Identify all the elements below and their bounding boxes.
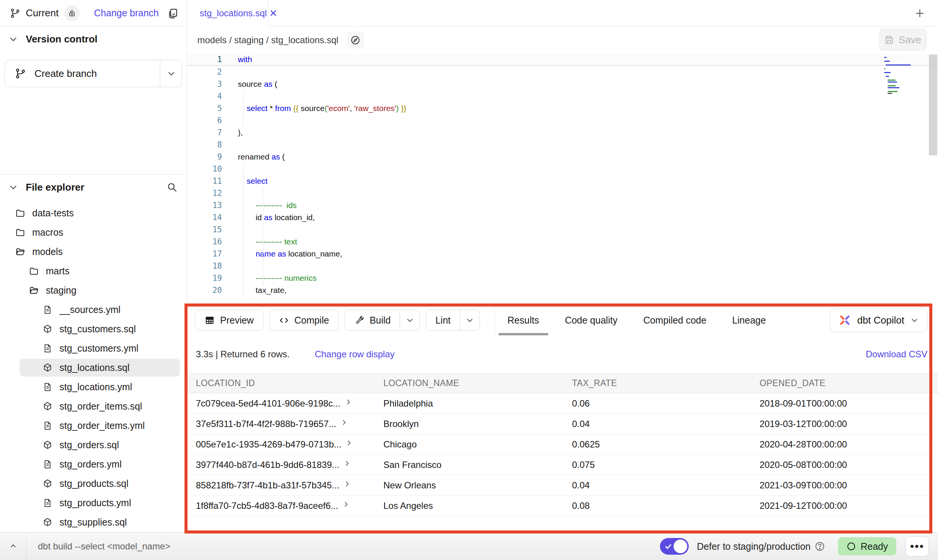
expand-cell-icon[interactable] [345, 438, 353, 446]
code-line-2[interactable]: 2 [188, 66, 938, 78]
lineage-compass-button[interactable] [347, 31, 364, 49]
lint-button[interactable]: Lint [426, 310, 480, 331]
code-text: renamed as ( [238, 152, 285, 161]
code-line-20[interactable]: 20 tax_rate, [188, 284, 938, 296]
lint-dropdown[interactable] [460, 310, 480, 330]
save-icon [884, 35, 894, 45]
code-line-17[interactable]: 17 name as location_name, [188, 248, 938, 260]
create-branch-label: Create branch [34, 68, 97, 80]
file-tree-item-marts[interactable]: marts [0, 261, 187, 281]
git-branch-icon [10, 8, 20, 19]
help-icon[interactable] [814, 541, 825, 552]
branch-locked-badge [64, 5, 80, 21]
compile-button[interactable]: Compile [269, 310, 339, 331]
file-tree-item-stg-supplies-sql[interactable]: stg_supplies.sql [0, 513, 187, 532]
file-tree-item-stg-customers-yml[interactable]: stg_customers.yml [0, 339, 187, 358]
minimap[interactable] [884, 57, 911, 94]
save-button[interactable]: Save [879, 29, 927, 51]
code-line-16[interactable]: 16 ---------- text [188, 236, 938, 248]
code-line-14[interactable]: 14 id as location_id, [188, 211, 938, 224]
version-control-header[interactable]: Version control [0, 27, 187, 52]
tab-stg-locations-sql[interactable]: stg_locations.sql ✕ [188, 0, 269, 27]
code-line-7[interactable]: 7), [188, 127, 938, 139]
command-input[interactable]: dbt build --select <model_name> [38, 541, 170, 552]
code-line-5[interactable]: 5 select * from {{ source('ecom', 'raw_s… [188, 102, 938, 114]
file-tree-item-stg-locations-yml[interactable]: stg_locations.yml [0, 377, 187, 397]
code-line-19[interactable]: 19 ---------- numerics [188, 272, 938, 284]
tab-compiled-code[interactable]: Compiled code [630, 305, 719, 335]
file-tree-item-stg-customers-sql[interactable]: stg_customers.sql [0, 319, 187, 339]
code-editor[interactable]: 1with23source as (45 select * from {{ so… [188, 54, 938, 305]
file-tree-item-macros[interactable]: macros [0, 223, 187, 242]
cell-opened-date: 2021-09-12T00:00:00 [751, 501, 938, 511]
circle-icon [846, 541, 856, 551]
line-number: 16 [188, 237, 227, 246]
file-explorer-header[interactable]: File explorer [0, 175, 187, 200]
file-tree-item-stg-order-items-sql[interactable]: stg_order_items.sql [0, 397, 187, 416]
code-line-8[interactable]: 8 [188, 139, 938, 151]
expand-cell-icon[interactable] [342, 500, 350, 507]
change-branch-link[interactable]: Change branch [94, 8, 159, 19]
preview-button[interactable]: Preview [195, 310, 263, 331]
search-icon[interactable] [166, 181, 178, 193]
file-tree-item-stg-products-sql[interactable]: stg_products.sql [0, 474, 187, 493]
code-line-9[interactable]: 9renamed as ( [188, 151, 938, 163]
dbt-copilot-button[interactable]: dbt Copilot [830, 308, 927, 332]
create-branch-dropdown[interactable] [160, 60, 182, 87]
cell-opened-date: 2020-04-28T00:00:00 [751, 439, 938, 450]
build-button[interactable]: Build [345, 310, 420, 331]
file-tree-item-stg-order-items-yml[interactable]: stg_order_items.yml [0, 416, 187, 435]
create-branch-button[interactable]: Create branch [5, 60, 182, 87]
code-line-13[interactable]: 13 ---------- ids [188, 199, 938, 211]
cell-location-name: Philadelphia [375, 398, 564, 409]
cell-location-name: Los Angeles [375, 501, 564, 511]
code-line-11[interactable]: 11 select [188, 175, 938, 187]
expand-cell-icon[interactable] [343, 479, 351, 487]
dbt-copilot-icon [838, 314, 851, 327]
create-branch-main[interactable]: Create branch [5, 60, 160, 87]
indent-guide [263, 272, 263, 284]
file-tree-item-stg-orders-sql[interactable]: stg_orders.sql [0, 435, 187, 455]
version-control-title: Version control [26, 33, 97, 45]
file-tree-label: stg_order_items.yml [59, 420, 145, 431]
editor-scrollbar[interactable] [929, 55, 937, 155]
cell-tax-rate: 0.04 [564, 419, 751, 429]
expand-cell-icon[interactable] [340, 418, 348, 425]
code-line-6[interactable]: 6 [188, 114, 938, 127]
results-table-header: LOCATION_ID LOCATION_NAME TAX_RATE OPENE… [188, 373, 938, 393]
tab-lineage[interactable]: Lineage [719, 305, 779, 335]
code-lines: 1with23source as (45 select * from {{ so… [188, 54, 938, 296]
expand-cell-icon[interactable] [344, 397, 352, 405]
minimap-line [888, 93, 893, 94]
file-tree-item--sources-yml[interactable]: __sources.yml [0, 300, 187, 319]
file-tree-item-data-tests[interactable]: data-tests [0, 203, 187, 223]
tab-code-quality[interactable]: Code quality [552, 305, 630, 335]
code-line-4[interactable]: 4 [188, 90, 938, 102]
line-number: 5 [188, 104, 227, 113]
file-tree-item-stg-orders-yml[interactable]: stg_orders.yml [0, 455, 187, 474]
code-line-10[interactable]: 10 [188, 163, 938, 175]
code-line-12[interactable]: 12 [188, 187, 938, 199]
code-line-18[interactable]: 18 [188, 260, 938, 272]
cell-location-name: New Orleans [375, 480, 564, 491]
download-csv-link[interactable]: Download CSV [866, 349, 927, 360]
collapse-panel-button[interactable] [0, 533, 27, 560]
file-tree-item-stg-products-yml[interactable]: stg_products.yml [0, 493, 187, 513]
copy-icon[interactable] [167, 7, 179, 19]
compile-label: Compile [294, 315, 329, 326]
more-options-button[interactable]: ••• [905, 536, 929, 557]
code-line-3[interactable]: 3source as ( [188, 78, 938, 90]
change-row-display-link[interactable]: Change row display [315, 349, 395, 360]
new-tab-button[interactable] [911, 5, 928, 22]
ide-status-badge[interactable]: Ready [838, 537, 896, 555]
tab-results[interactable]: Results [495, 305, 552, 335]
file-tree-item-models[interactable]: models [0, 242, 187, 261]
code-line-15[interactable]: 15 [188, 224, 938, 236]
build-dropdown[interactable] [400, 310, 419, 330]
code-line-1[interactable]: 1with [188, 54, 938, 66]
expand-cell-icon[interactable] [343, 459, 351, 466]
file-tree-item-stg-locations-sql[interactable]: stg_locations.sql [0, 358, 187, 377]
defer-toggle[interactable] [660, 538, 689, 555]
code-text: ---------- text [238, 237, 297, 246]
file-tree-item-staging[interactable]: staging [0, 281, 187, 300]
